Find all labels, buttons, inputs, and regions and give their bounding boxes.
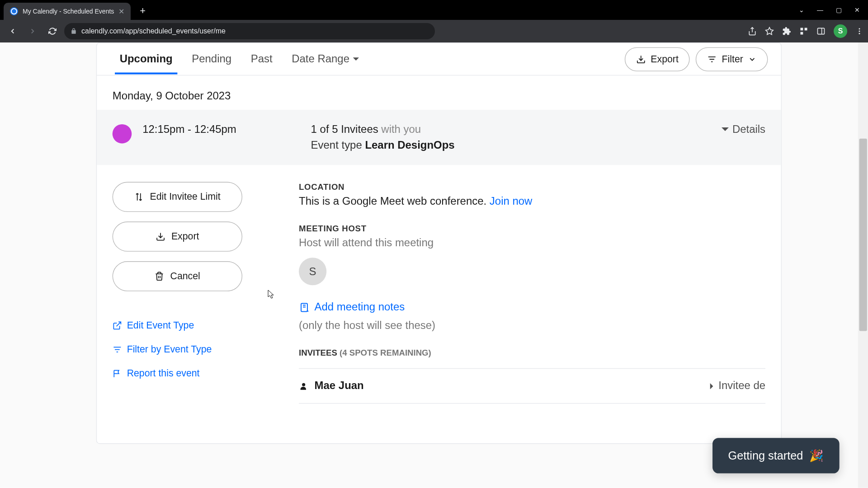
invitee-row: Mae Juan Invitee de bbox=[299, 380, 765, 392]
host-attend-text: Host will attend this meeting bbox=[299, 237, 765, 249]
new-tab-button[interactable]: + bbox=[140, 5, 146, 17]
tab-upcoming[interactable]: Upcoming bbox=[110, 44, 182, 74]
tab-past[interactable]: Past bbox=[241, 44, 282, 74]
extension-icon[interactable] bbox=[782, 27, 791, 36]
event-type-label: Event type bbox=[311, 139, 362, 151]
edit-limit-label: Edit Invitee Limit bbox=[150, 192, 221, 202]
event-type-line: Event type Learn DesignOps bbox=[311, 139, 722, 152]
filter-label: Filter bbox=[722, 54, 743, 65]
svg-rect-0 bbox=[801, 28, 803, 31]
filter-by-type-label: Filter by Event Type bbox=[127, 344, 212, 355]
minimize-icon[interactable]: — bbox=[817, 6, 823, 14]
cancel-event-button[interactable]: Cancel bbox=[113, 261, 242, 291]
browser-tab[interactable]: My Calendly - Scheduled Events ✕ bbox=[4, 3, 131, 20]
profile-avatar[interactable]: S bbox=[834, 24, 847, 38]
location-desc: This is a Google Meet web conference. bbox=[299, 195, 486, 207]
details-label: Details bbox=[732, 123, 765, 136]
flag-icon bbox=[113, 369, 122, 378]
caret-down-icon bbox=[722, 126, 729, 133]
filter-by-event-type-link[interactable]: Filter by Event Type bbox=[113, 344, 299, 355]
person-icon bbox=[299, 381, 308, 390]
invitee-name: Mae Juan bbox=[299, 380, 364, 392]
actions-column: Edit Invitee Limit Export Cancel Edit Ev… bbox=[113, 182, 299, 419]
scheduled-events-panel: Upcoming Pending Past Date Range Export … bbox=[96, 42, 782, 444]
add-notes-label: Add meeting notes bbox=[315, 301, 405, 314]
party-popper-icon: 🎉 bbox=[809, 449, 824, 463]
invitee-details-label: Invitee de bbox=[718, 380, 765, 392]
caret-down-icon bbox=[353, 56, 359, 62]
svg-rect-3 bbox=[818, 28, 825, 34]
back-button[interactable] bbox=[5, 23, 21, 39]
spots-remaining: (4 SPOTS REMAINING) bbox=[340, 348, 431, 357]
report-label: Report this event bbox=[127, 368, 200, 379]
date-group-header: Monday, 9 October 2023 bbox=[97, 75, 781, 110]
forward-button[interactable] bbox=[24, 23, 41, 39]
svg-point-6 bbox=[859, 31, 860, 32]
export-label: Export bbox=[651, 54, 679, 65]
with-you: with you bbox=[381, 123, 421, 135]
invitees-heading: INVITEES (4 SPOTS REMAINING) bbox=[299, 348, 765, 357]
tab-title: My Calendly - Scheduled Events bbox=[23, 8, 114, 15]
join-now-link[interactable]: Join now bbox=[490, 195, 532, 207]
event-color-dot bbox=[113, 124, 132, 144]
export-event-label: Export bbox=[171, 231, 199, 242]
external-link-icon bbox=[113, 321, 122, 330]
extensions-icon[interactable] bbox=[799, 27, 808, 36]
tab-date-range[interactable]: Date Range bbox=[282, 44, 369, 74]
invitees-label: INVITEES bbox=[299, 348, 337, 357]
host-heading: MEETING HOST bbox=[299, 223, 765, 233]
edit-event-type-link[interactable]: Edit Event Type bbox=[113, 320, 299, 331]
export-event-button[interactable]: Export bbox=[113, 221, 242, 252]
share-icon[interactable] bbox=[748, 27, 757, 36]
trash-icon bbox=[155, 272, 164, 281]
svg-point-9 bbox=[302, 383, 305, 386]
host-avatar: S bbox=[299, 258, 326, 285]
invitee-summary: 1 of 5 Invitees with you bbox=[311, 123, 722, 136]
invitee-details-toggle[interactable]: Invitee de bbox=[709, 380, 765, 392]
invitee-count: 1 of 5 Invitees bbox=[311, 123, 378, 135]
close-tab-icon[interactable]: ✕ bbox=[118, 7, 124, 16]
menu-icon[interactable] bbox=[855, 27, 863, 35]
export-icon bbox=[636, 54, 646, 64]
favicon-icon bbox=[10, 7, 18, 15]
filter-button[interactable]: Filter bbox=[696, 47, 768, 71]
edit-invitee-limit-button[interactable]: Edit Invitee Limit bbox=[113, 182, 242, 212]
details-toggle[interactable]: Details bbox=[722, 123, 765, 136]
star-icon[interactable] bbox=[765, 27, 774, 36]
divider bbox=[299, 368, 765, 369]
scrollbar-thumb[interactable] bbox=[859, 139, 867, 331]
svg-rect-1 bbox=[805, 28, 807, 31]
note-icon bbox=[299, 302, 310, 313]
vertical-scrollbar[interactable] bbox=[858, 42, 868, 488]
export-icon bbox=[156, 232, 165, 241]
invitee-name-text: Mae Juan bbox=[315, 380, 364, 392]
close-icon[interactable]: ✕ bbox=[854, 6, 860, 14]
chevron-down-icon bbox=[748, 55, 757, 63]
export-button[interactable]: Export bbox=[625, 47, 690, 71]
event-details-body: Edit Invitee Limit Export Cancel Edit Ev… bbox=[97, 165, 781, 443]
location-heading: LOCATION bbox=[299, 182, 765, 192]
notes-hint: (only the host will see these) bbox=[299, 319, 765, 332]
event-type-name: Learn DesignOps bbox=[365, 139, 454, 151]
arrows-vertical-icon bbox=[134, 192, 144, 202]
filter-icon bbox=[113, 345, 122, 354]
invitees-section: INVITEES (4 SPOTS REMAINING) Mae Juan bbox=[299, 348, 765, 404]
report-event-link[interactable]: Report this event bbox=[113, 368, 299, 379]
tab-pending[interactable]: Pending bbox=[182, 44, 241, 74]
event-summary[interactable]: 12:15pm - 12:45pm 1 of 5 Invitees with y… bbox=[97, 110, 781, 165]
status-tabs: Upcoming Pending Past Date Range Export … bbox=[97, 43, 781, 75]
add-notes-link[interactable]: Add meeting notes bbox=[299, 301, 765, 314]
page-viewport: Upcoming Pending Past Date Range Export … bbox=[0, 42, 868, 488]
reload-button[interactable] bbox=[44, 23, 61, 39]
getting-started-label: Getting started bbox=[728, 449, 803, 462]
notes-section: Add meeting notes (only the host will se… bbox=[299, 301, 765, 332]
side-panel-icon[interactable] bbox=[816, 27, 826, 36]
maximize-icon[interactable]: ▢ bbox=[836, 6, 842, 14]
url-field[interactable]: calendly.com/app/scheduled_events/user/m… bbox=[64, 23, 435, 39]
getting-started-widget[interactable]: Getting started 🎉 bbox=[712, 438, 839, 474]
svg-point-7 bbox=[859, 33, 860, 34]
divider bbox=[299, 403, 765, 404]
host-section: MEETING HOST Host will attend this meeti… bbox=[299, 223, 765, 285]
svg-rect-2 bbox=[801, 32, 803, 35]
tab-dropdown-icon[interactable]: ⌄ bbox=[799, 6, 804, 14]
